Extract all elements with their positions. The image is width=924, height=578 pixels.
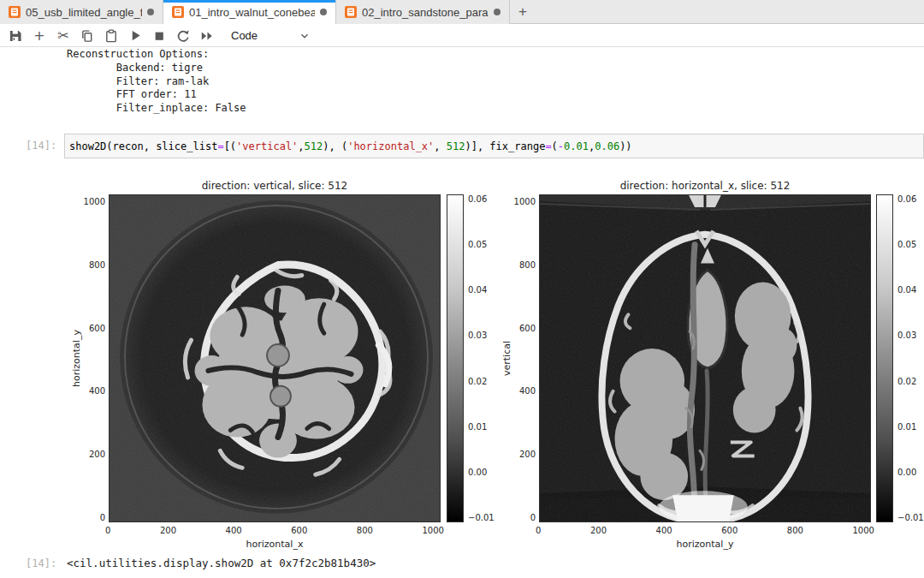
code-operator: -: [558, 140, 564, 152]
y-tick-label: 200: [89, 450, 105, 459]
colorbar-tick-label: 0.03: [897, 331, 916, 340]
colorbar-tick-label: 0.04: [897, 285, 916, 295]
x-tick-label: 1000: [852, 526, 874, 535]
code-text: ,: [434, 140, 446, 152]
code-text: [(: [224, 140, 236, 152]
code-text: ,: [589, 140, 595, 152]
code-number: 0.06: [595, 140, 619, 152]
plot1-title: direction: vertical, slice: 512: [109, 180, 441, 193]
colorbar-tick-label: 0.03: [468, 331, 487, 340]
tab-05-usb-limited-angle[interactable]: 05_usb_limited_angle_fbp_sir: [0, 0, 163, 24]
x-tick-label: 0: [105, 526, 110, 535]
output-line: FFT order: 11: [67, 88, 246, 102]
plot1-axes: [109, 194, 441, 522]
add-cell-button[interactable]: +: [27, 26, 51, 46]
plot2-colorbar-labels: 0.060.050.040.030.020.010.00−0.01: [897, 194, 924, 522]
tab-label: 05_usb_limited_angle_fbp_sir: [26, 6, 142, 19]
cell-stream-output: Reconstruction Options: Backend: tigre F…: [67, 48, 246, 116]
code-text: show2D(recon, slice_list: [69, 140, 217, 152]
scissors-icon: ✂: [57, 29, 68, 43]
output-line: Filter_inplace: False: [67, 102, 246, 116]
tab-bar: 05_usb_limited_angle_fbp_sir 01_intro_wa…: [0, 0, 924, 24]
colorbar-tick-label: 0.00: [468, 468, 487, 477]
y-tick-label: 200: [519, 450, 536, 459]
interrupt-kernel-button[interactable]: [147, 26, 171, 46]
code-text: ,: [298, 140, 304, 152]
code-cell: [14]: show2D(recon, slice_list=[('vertic…: [0, 134, 924, 158]
plot2-ytick-labels: 10008006004002000: [506, 194, 536, 522]
input-prompt: [14]:: [26, 140, 56, 152]
code-number: 0.01: [564, 140, 589, 152]
save-icon: [9, 29, 22, 43]
tab-02-intro-sandstone-parallel[interactable]: 02_intro_sandstone_parallel_: [336, 0, 510, 24]
y-tick-label: 1000: [84, 197, 105, 206]
y-tick-label: 0: [100, 513, 105, 522]
colorbar-tick-label: 0.00: [897, 468, 916, 477]
colorbar-tick-label: 0.02: [897, 377, 916, 386]
y-tick-label: 600: [89, 324, 105, 333]
run-cell-button[interactable]: [123, 26, 147, 46]
plot2-title: direction: horizontal_x, slice: 512: [539, 180, 871, 193]
unsaved-indicator: [147, 9, 154, 15]
x-tick-label: 400: [226, 526, 242, 535]
x-tick-label: 400: [656, 526, 672, 535]
notebook-icon: [345, 6, 357, 18]
y-tick-label: 1000: [514, 197, 536, 206]
unsaved-indicator: [320, 9, 327, 15]
notebook-toolbar: + ✂: [0, 25, 924, 47]
cell-type-value: Code: [231, 29, 258, 42]
paste-cells-button[interactable]: [99, 26, 123, 46]
output-line: Filter: ram-lak: [67, 75, 246, 89]
fast-forward-icon: [200, 30, 214, 42]
plot1-ytick-labels: 10008006004002000: [75, 194, 105, 522]
x-tick-label: 800: [787, 526, 803, 535]
restart-icon: [176, 29, 190, 43]
plus-icon: +: [33, 29, 44, 43]
code-operator: =: [545, 140, 551, 152]
colorbar-tick-label: −0.01: [897, 513, 924, 522]
plot2-xlabel: horizontal_y: [539, 539, 871, 550]
x-tick-label: 200: [590, 526, 607, 535]
code-editor[interactable]: show2D(recon, slice_list=[('vertical',51…: [64, 134, 924, 158]
x-tick-label: 200: [160, 526, 176, 535]
code-text: (: [552, 140, 558, 152]
tab-label: 02_intro_sandstone_parallel_: [362, 6, 489, 19]
restart-kernel-button[interactable]: [171, 26, 195, 46]
unsaved-indicator: [494, 9, 500, 15]
colorbar-tick-label: 0.04: [468, 285, 487, 295]
plot2-colorbar: [876, 194, 893, 522]
chevron-down-icon: [299, 30, 311, 42]
code-text: )): [619, 140, 631, 152]
run-all-cells-button[interactable]: [195, 26, 219, 46]
colorbar-tick-label: 0.06: [468, 194, 487, 204]
code-string: 'vertical': [236, 140, 298, 152]
colorbar-tick-label: 0.05: [468, 240, 487, 249]
output-line: Reconstruction Options:: [67, 48, 246, 62]
cell-type-dropdown[interactable]: Code: [231, 29, 311, 42]
copy-icon: [80, 29, 94, 43]
copy-cells-button[interactable]: [75, 26, 99, 46]
y-tick-label: 800: [89, 260, 105, 270]
tab-01-intro-walnut-conebeam[interactable]: 01_intro_walnut_conebeam.ip: [163, 0, 336, 24]
plot1-colorbar-labels: 0.060.050.040.030.020.010.00−0.01: [468, 194, 504, 522]
notebook-icon: [9, 6, 21, 18]
plus-icon: +: [518, 3, 527, 21]
x-tick-label: 1000: [422, 526, 443, 535]
colorbar-tick-label: 0.01: [897, 422, 916, 432]
save-button[interactable]: [3, 26, 27, 46]
plot2-axes: [539, 194, 871, 522]
plot1-xtick-labels: 02004006008001000: [105, 526, 444, 535]
result-repr-text: <cil.utilities.display.show2D at 0x7f2c2…: [67, 557, 376, 569]
code-number: 512: [305, 140, 323, 152]
cut-cells-button[interactable]: ✂: [51, 26, 75, 46]
code-number: 512: [447, 140, 465, 152]
code-text: )], fix_range: [465, 140, 545, 152]
colorbar-tick-label: 0.05: [897, 240, 916, 249]
x-tick-label: 600: [721, 526, 737, 535]
y-tick-label: 600: [519, 324, 536, 333]
notebook-icon: [172, 6, 184, 18]
x-tick-label: 0: [536, 526, 541, 535]
code-string: 'horizontal_x': [347, 140, 434, 152]
new-tab-button[interactable]: +: [510, 0, 536, 24]
ct-slice-horizontal-x-image: [540, 195, 870, 521]
